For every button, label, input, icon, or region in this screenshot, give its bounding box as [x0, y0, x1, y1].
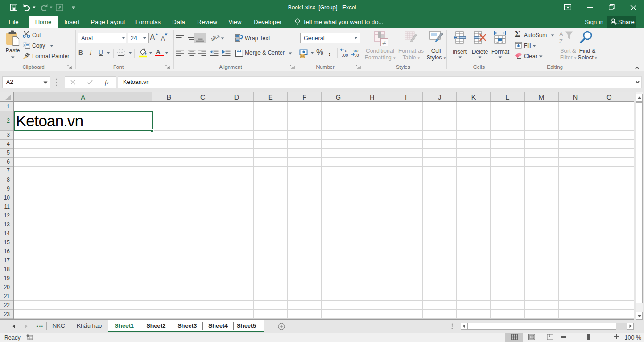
svg-text:ab: ab — [211, 34, 217, 42]
svg-text:.00: .00 — [342, 52, 348, 57]
svg-text:≠: ≠ — [382, 39, 386, 46]
svg-text:Z: Z — [559, 38, 563, 44]
svg-text:A: A — [559, 31, 563, 38]
